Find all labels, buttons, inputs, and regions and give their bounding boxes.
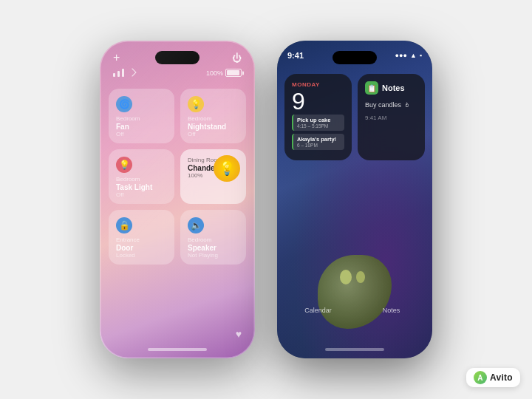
chandelier-icon: 💡 xyxy=(214,155,240,182)
home-bar-right xyxy=(325,348,384,351)
home-bar-left xyxy=(148,348,207,351)
tasklight-state: Off xyxy=(116,191,167,198)
avito-label: Avito xyxy=(490,372,513,383)
tile-speaker[interactable]: 🔈 Bedroom Speaker Not Playing xyxy=(180,210,246,265)
event-1-time: 4:15 – 5:15PM xyxy=(297,123,341,129)
phones-container: + ⏻ 100% 🌀 Bedroom Fan xyxy=(100,41,432,358)
calendar-day: MONDAY xyxy=(292,81,344,88)
nightstand-state: Off xyxy=(188,131,239,137)
battery-indicator-left: 100% xyxy=(206,69,242,77)
widget-labels: Calendar Notes xyxy=(284,307,425,314)
battery-percent-left: 100% xyxy=(206,69,223,77)
notes-icon: 📋 xyxy=(367,84,376,92)
status-bar-left: 100% xyxy=(100,69,255,77)
widget-calendar[interactable]: MONDAY 9 Pick up cake 4:15 – 5:15PM Akay… xyxy=(284,74,352,160)
tile-door[interactable]: 🔒 Entrance Door Locked xyxy=(109,210,174,265)
notes-title: Notes xyxy=(382,83,405,92)
event-2-time: 6 – 10PM xyxy=(297,143,341,148)
signal-bar-2 xyxy=(117,71,120,77)
tasklight-name: Task Light xyxy=(116,183,167,191)
control-grid: 🌀 Bedroom Fan Off 💡 Bedroom Nightstand O… xyxy=(109,89,246,265)
nightstand-room: Bedroom xyxy=(188,115,239,122)
avito-logo: A xyxy=(474,371,487,384)
fan-room: Bedroom xyxy=(116,115,167,122)
fan-name: Fan xyxy=(116,123,167,131)
calendar-label: Calendar xyxy=(284,307,352,314)
speaker-room: Bedroom xyxy=(188,236,239,243)
tasklight-icon: 💡 xyxy=(116,157,132,173)
calendar-event-1: Pick up cake 4:15 – 5:15PM xyxy=(292,115,344,131)
calendar-date: 9 xyxy=(292,89,344,113)
door-state: Locked xyxy=(116,252,167,259)
tile-nightstand[interactable]: 💡 Bedroom Nightstand Off xyxy=(180,89,246,143)
notes-icon-badge: 📋 xyxy=(365,81,378,95)
time-display-right: 9:41 xyxy=(287,51,304,60)
fan-state: Off xyxy=(116,131,167,137)
door-name: Door xyxy=(116,244,167,252)
signal-bar-1 xyxy=(113,73,115,77)
phone-creature xyxy=(277,248,432,336)
tile-tasklight[interactable]: 💡 Bedroom Task Light Off xyxy=(109,149,174,204)
speaker-state: Not Playing xyxy=(188,252,239,259)
notes-content: Buy candles 🕯 xyxy=(365,100,417,110)
avito-badge: A Avito xyxy=(466,368,520,387)
battery-fill-left xyxy=(227,70,239,75)
nightstand-icon: 💡 xyxy=(188,96,204,112)
notes-label: Notes xyxy=(358,307,425,314)
tile-chandelier[interactable]: Dining Room Chandelier 100% 💡 xyxy=(180,149,246,204)
notes-timestamp: 9:41 AM xyxy=(365,115,417,121)
creature-art xyxy=(318,255,392,329)
event-1-name: Pick up cake xyxy=(297,117,341,123)
status-icons-right: ●●● ▲ ▪ xyxy=(395,52,422,59)
wifi-icon-left xyxy=(128,68,136,76)
fan-icon: 🌀 xyxy=(116,96,132,112)
tile-fan[interactable]: 🌀 Bedroom Fan Off xyxy=(109,89,174,143)
plus-icon[interactable]: + xyxy=(113,51,120,64)
speaker-icon-tile: 🔈 xyxy=(188,217,204,233)
event-2-name: Akayla's party! xyxy=(297,136,341,143)
signal-icon-right: ●●● xyxy=(395,52,407,59)
door-room: Entrance xyxy=(116,236,167,243)
door-icon: 🔒 xyxy=(116,217,132,233)
nightstand-name: Nightstand xyxy=(188,123,239,131)
notes-header: 📋 Notes xyxy=(365,81,417,95)
battery-icon-right: ▪ xyxy=(420,52,422,59)
signal-bar-3 xyxy=(122,69,124,77)
battery-box-left xyxy=(225,69,242,77)
dynamic-island-left xyxy=(155,51,200,64)
calendar-event-2: Akayla's party! 6 – 10PM xyxy=(292,134,344,150)
power-icon[interactable]: ⏻ xyxy=(232,52,242,64)
signal-wifi-left xyxy=(113,69,135,77)
widgets-area: MONDAY 9 Pick up cake 4:15 – 5:15PM Akay… xyxy=(284,74,425,160)
wifi-icon-right: ▲ xyxy=(410,52,417,59)
tasklight-room: Bedroom xyxy=(116,176,167,183)
speaker-name: Speaker xyxy=(188,244,239,252)
status-bar-right: 9:41 ●●● ▲ ▪ xyxy=(287,51,422,60)
widget-notes[interactable]: 📋 Notes Buy candles 🕯 9:41 AM xyxy=(358,74,425,160)
left-phone: + ⏻ 100% 🌀 Bedroom Fan xyxy=(100,41,255,358)
right-phone: 9:41 ●●● ▲ ▪ MONDAY 9 Pick up cake 4:15 … xyxy=(277,41,432,358)
heart-icon: ♥ xyxy=(236,328,242,340)
